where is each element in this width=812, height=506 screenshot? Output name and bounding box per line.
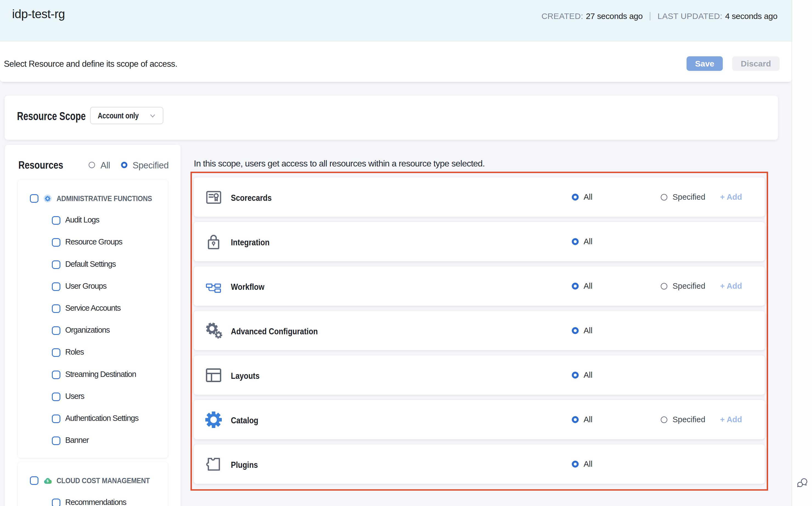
svg-text:$: $ [47, 479, 49, 483]
